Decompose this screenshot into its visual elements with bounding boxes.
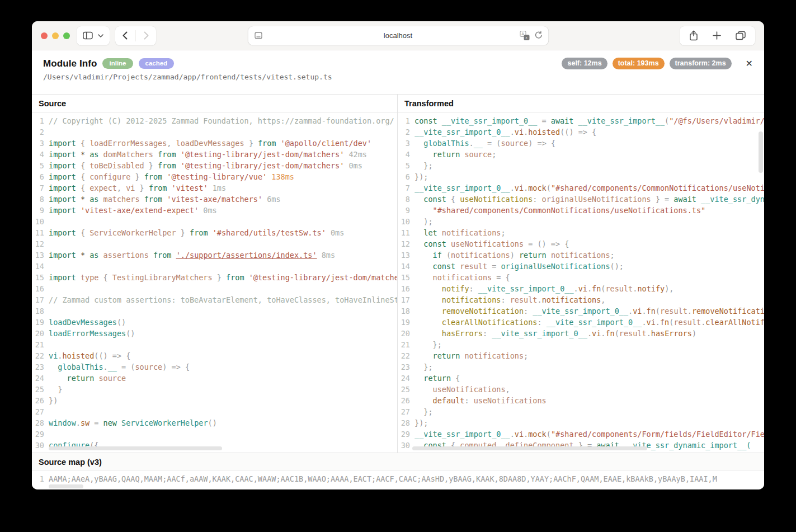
code-token: });	[415, 418, 428, 427]
code-token: new	[103, 418, 117, 427]
code-token: import	[49, 195, 76, 204]
code-line: 11 let notifications;	[398, 227, 764, 238]
desktop-background: localhost Ax	[0, 0, 796, 532]
tab-overview-button[interactable]	[736, 31, 746, 40]
code-line: 28window.sw = new ServiceWorkerHelper()	[32, 417, 397, 429]
code-token: expect	[90, 183, 117, 192]
code-token: notifications	[451, 251, 510, 260]
code-token: originalUseNotifications	[501, 262, 610, 271]
transformed-vscrollbar-thumb[interactable]	[759, 131, 763, 173]
address-bar[interactable]: localhost Ax	[248, 26, 548, 45]
line-number: 8	[32, 194, 49, 205]
code-token: "/@fs/Users/vladimir/Projects/zammad/nod…	[669, 116, 764, 125]
code-token: default	[433, 396, 465, 405]
code-line: 29__vite_ssr_import_0__.vi.mock("#shared…	[398, 429, 764, 440]
code-token: const	[423, 239, 446, 248]
sourcemap-body: 1 AAMA;AAeA,yBAAG,QAAQ,MAAM;AACf,aAAW,KA…	[32, 471, 764, 489]
code-token: (	[547, 430, 551, 439]
code-line: 14	[32, 261, 397, 272]
share-button[interactable]	[689, 30, 698, 41]
line-number: 14	[32, 261, 49, 272]
code-token: let	[423, 228, 437, 237]
code-token: from	[226, 273, 244, 282]
code-token: result	[619, 329, 647, 338]
code-token: ,	[506, 385, 510, 394]
sourcemap-line-number: 1	[32, 474, 49, 484]
code-token: import	[49, 139, 76, 148]
code-token: .	[76, 418, 81, 427]
code-token	[415, 351, 433, 360]
line-number: 13	[398, 249, 415, 261]
code-line: 26 default: useNotifications	[398, 395, 764, 406]
line-number: 21	[32, 339, 49, 350]
code-token: hasErrors	[651, 329, 692, 338]
forward-button[interactable]	[144, 31, 149, 40]
share-icon	[689, 30, 698, 41]
code-token: 0ms	[199, 206, 217, 215]
chevron-left-icon	[123, 31, 128, 40]
transformed-hscrollbar-thumb[interactable]	[412, 446, 647, 450]
new-tab-button[interactable]	[713, 31, 721, 40]
code-token: loadErrorMessages	[90, 139, 167, 148]
sourcemap-mappings: AAMA;AAeA,yBAAG,QAAQ,MAAM;AACf,aAAW,KAAK…	[49, 474, 717, 484]
code-token: .	[538, 295, 542, 304]
code-token: .	[687, 307, 692, 316]
code-token: loadDevMessages	[49, 318, 117, 327]
code-line: 25 }	[32, 384, 397, 395]
minimize-window-button[interactable]	[52, 32, 59, 39]
module-link[interactable]: './support/assertions/index.ts'	[176, 251, 317, 260]
sourcemap-hscrollbar-thumb[interactable]	[49, 484, 83, 488]
code-line: 8import * as matchers from 'vitest-axe/m…	[32, 194, 397, 205]
code-line: 27 };	[398, 406, 764, 417]
line-number: 28	[32, 417, 49, 429]
code-line: 13 if (notifications) return notificatio…	[398, 249, 764, 261]
code-token: clearAllNotifications	[705, 318, 764, 327]
reload-button[interactable]	[534, 31, 543, 40]
code-line: 24 return source	[32, 373, 397, 384]
code-token: import	[49, 206, 76, 215]
source-hscrollbar-thumb[interactable]	[49, 446, 222, 450]
code-token: :	[469, 284, 478, 293]
traffic-lights	[41, 32, 70, 39]
sidebar-menu-button[interactable]	[98, 34, 103, 37]
code-token: .	[647, 329, 651, 338]
close-panel-button[interactable]: ✕	[746, 59, 753, 68]
code-token: :	[524, 307, 533, 316]
translate-button[interactable]: Ax	[520, 31, 529, 40]
back-button[interactable]	[123, 31, 128, 40]
code-line: 4import * as domMatchers from '@testing-…	[32, 149, 397, 160]
code-token: sw	[81, 418, 90, 427]
code-token	[415, 374, 423, 383]
plus-icon	[713, 31, 721, 40]
code-token: import	[49, 172, 76, 181]
line-number: 24	[398, 373, 415, 384]
code-token: (	[442, 251, 451, 260]
code-token: from	[190, 228, 208, 237]
code-token: fn	[605, 329, 614, 338]
line-number: 14	[398, 261, 415, 272]
line-number: 6	[32, 171, 49, 182]
code-token: }	[144, 161, 158, 170]
code-token: 1ms	[208, 183, 227, 192]
code-token: fn	[592, 284, 601, 293]
code-token: .	[642, 307, 646, 316]
line-number: 23	[398, 361, 415, 373]
close-window-button[interactable]	[41, 32, 48, 39]
code-line: 1// Copyright (C) 2012-2025 Zammad Found…	[32, 115, 397, 126]
line-number: 26	[32, 395, 49, 406]
zoom-window-button[interactable]	[63, 32, 70, 39]
code-token: "#shared/components/Form/fields/FieldEdi…	[551, 430, 764, 439]
code-token: '@apollo/client/dev'	[276, 139, 371, 148]
code-token: ()	[117, 318, 126, 327]
line-number: 25	[32, 384, 49, 395]
code-token	[415, 295, 442, 304]
line-number: 7	[398, 182, 415, 194]
sidebar-toggle-button[interactable]	[83, 31, 93, 40]
code-line: 27	[32, 406, 397, 417]
line-number: 26	[398, 395, 415, 406]
code-token: };	[415, 340, 442, 349]
line-number: 29	[32, 429, 49, 440]
code-token: =	[90, 418, 103, 427]
code-token: fn	[647, 307, 656, 316]
line-number: 2	[398, 126, 415, 138]
